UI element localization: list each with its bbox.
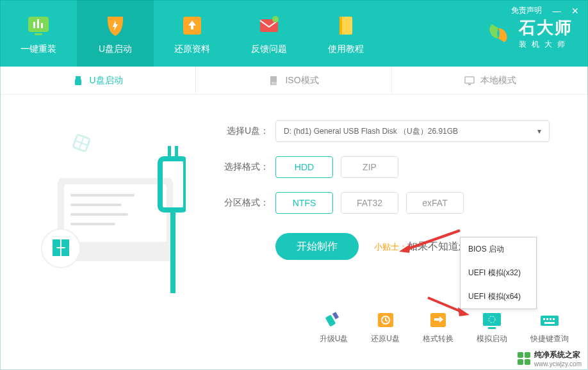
partition-ntfs[interactable]: NTFS [275,192,333,214]
svg-rect-30 [61,248,69,256]
svg-rect-4 [35,33,42,35]
watermark-name: 纯净系统之家 [534,350,582,360]
tool-simulate-boot[interactable]: 模拟启动 [477,310,507,344]
svg-rect-51 [550,318,551,320]
tool-format-convert[interactable]: 格式转换 [423,310,453,344]
svg-rect-24 [175,146,178,159]
svg-rect-53 [544,322,555,324]
tab-label: 本地模式 [480,75,516,86]
svg-rect-9 [339,17,342,35]
format-zip[interactable]: ZIP [341,156,398,178]
simulate-icon [480,310,503,330]
minimize-button[interactable]: — [552,6,561,16]
disclaimer-link[interactable]: 免责声明 [511,5,542,16]
logo: 石大师 装机大师 [484,17,573,50]
nav-label: U盘启动 [99,44,132,55]
iso-icon: ISO [268,75,280,86]
logo-title: 石大师 [519,17,573,39]
svg-rect-14 [465,77,474,83]
svg-rect-10 [76,76,81,79]
close-button[interactable]: ✕ [571,6,579,16]
nav-restore[interactable]: 还原资料 [154,0,231,67]
watermark: 纯净系统之家 www.ycwjzy.com [518,350,582,367]
svg-rect-48 [541,316,559,326]
svg-rect-31 [72,133,92,153]
window-controls: 免责声明 — ✕ [511,5,579,16]
svg-text:ISO: ISO [272,81,277,85]
main-nav: 一键重装 U盘启动 还原资料 反馈问题 使用教程 [0,0,384,67]
disk-select[interactable]: D: (hd1) General USB Flash Disk （U盘）26.9… [275,120,550,142]
monitor-icon [464,75,475,86]
tool-upgrade-usb[interactable]: 升级U盘 [320,310,348,344]
nav-label: 使用教程 [328,44,364,55]
chevron-down-icon: ▾ [537,127,541,136]
tab-local[interactable]: 本地模式 [392,67,588,94]
tool-hotkey[interactable]: 快捷键查询 [530,310,569,344]
start-button[interactable]: 开始制作 [275,233,359,260]
svg-point-7 [272,16,279,22]
header: 免责声明 — ✕ 一键重装 U盘启动 还原资料 反馈问题 [0,0,588,67]
annotation-arrow-icon [399,227,463,253]
tool-restore-usb[interactable]: 还原U盘 [371,310,400,344]
partition-label: 分区格式： [218,197,269,209]
restore-icon [374,310,397,330]
nav-feedback[interactable]: 反馈问题 [231,0,307,67]
keyboard-icon [538,310,561,330]
svg-rect-18 [70,194,135,197]
book-icon [332,12,360,40]
shield-icon [101,12,129,40]
chart-icon [24,12,53,40]
menu-uefi64[interactable]: UEFI 模拟(x64) [461,285,536,309]
nav-reinstall[interactable]: 一键重装 [0,0,77,67]
menu-uefi32[interactable]: UEFI 模拟(x32) [461,261,536,285]
svg-rect-27 [53,239,60,247]
nav-label: 反馈问题 [251,44,287,55]
mail-icon [255,12,283,40]
tab-usb[interactable]: U盘启动 [0,67,196,94]
menu-bios[interactable]: BIOS 启动 [461,237,536,261]
nav-tutorial[interactable]: 使用教程 [307,0,384,67]
format-hdd[interactable]: HDD [275,156,333,178]
svg-rect-49 [543,318,545,320]
svg-rect-47 [488,327,496,329]
tool-label: 还原U盘 [371,334,400,344]
watermark-logo-icon [518,352,530,365]
partition-fat32[interactable]: FAT32 [341,192,398,214]
svg-rect-50 [546,318,548,320]
svg-rect-41 [332,312,339,319]
tab-iso[interactable]: ISO ISO模式 [196,67,392,94]
tool-label: 升级U盘 [320,334,348,344]
svg-rect-52 [553,318,555,320]
svg-rect-1 [33,22,35,28]
svg-rect-21 [70,223,115,225]
logo-icon [484,19,512,47]
convert-icon [427,310,450,330]
partition-exfat[interactable]: exFAT [406,192,464,214]
tool-label: 格式转换 [423,334,453,344]
tool-label: 快捷键查询 [530,334,569,344]
tab-label: ISO模式 [285,75,318,86]
svg-rect-2 [37,19,39,28]
svg-rect-3 [41,23,43,28]
svg-rect-15 [468,84,471,85]
illustration [26,114,186,300]
logo-subtitle: 装机大师 [519,39,573,50]
svg-rect-11 [75,79,81,85]
upload-icon [178,12,206,40]
svg-rect-29 [53,248,60,256]
svg-line-36 [405,230,460,250]
svg-rect-19 [70,204,122,206]
usb-icon [72,75,84,86]
tab-label: U盘启动 [89,75,122,86]
watermark-url: www.ycwjzy.com [534,360,582,367]
svg-rect-20 [70,213,128,216]
boot-mode-menu: BIOS 启动 UEFI 模拟(x32) UEFI 模拟(x64) [460,237,537,309]
svg-marker-37 [399,244,411,253]
svg-rect-28 [61,239,69,247]
disk-value: D: (hd1) General USB Flash Disk （U盘）26.9… [284,126,458,137]
nav-label: 一键重装 [20,44,56,55]
disk-label: 选择U盘： [218,125,269,137]
nav-usb-boot[interactable]: U盘启动 [77,0,154,67]
tool-label: 模拟启动 [477,334,507,344]
usb-upgrade-icon [322,310,345,330]
